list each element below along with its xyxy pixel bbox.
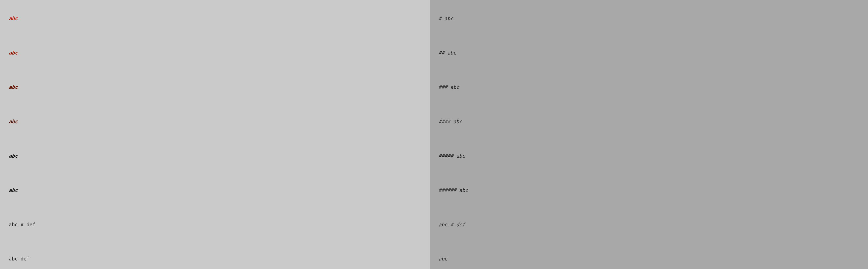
heading-2: abc xyxy=(9,50,421,56)
heading-4: abc xyxy=(9,119,421,124)
blank-line xyxy=(438,205,859,210)
source-line[interactable]: abc # def xyxy=(438,222,859,228)
source-line[interactable]: ##### abc xyxy=(438,153,859,159)
blank-line xyxy=(9,136,421,141)
heading-5: abc xyxy=(9,153,421,159)
heading-1: abc xyxy=(9,16,421,22)
heading-6: abc xyxy=(9,187,421,193)
blank-line xyxy=(9,67,421,72)
blank-line xyxy=(9,171,421,176)
blank-line xyxy=(438,102,859,107)
preview-pane: abc abc abc abc abc abc abc # def abc de… xyxy=(0,0,430,269)
plain-line-hash: abc # def xyxy=(9,222,421,228)
plain-line: abc def xyxy=(9,256,421,262)
blank-line xyxy=(9,102,421,107)
source-line[interactable]: ###### abc xyxy=(438,187,859,193)
blank-line xyxy=(438,136,859,141)
blank-line xyxy=(438,171,859,176)
source-line[interactable]: abc xyxy=(438,256,859,262)
source-line[interactable]: #### abc xyxy=(438,119,859,124)
blank-line xyxy=(9,33,421,38)
source-line[interactable]: ### abc xyxy=(438,84,859,90)
blank-line xyxy=(438,239,859,244)
blank-line xyxy=(438,67,859,72)
source-line[interactable]: ## abc xyxy=(438,50,859,56)
blank-line xyxy=(9,239,421,244)
blank-line xyxy=(9,205,421,210)
blank-line xyxy=(438,33,859,38)
heading-3: abc xyxy=(9,84,421,90)
source-line[interactable]: # abc xyxy=(438,16,859,22)
source-pane[interactable]: # abc ## abc ### abc #### abc ##### abc … xyxy=(430,0,868,269)
